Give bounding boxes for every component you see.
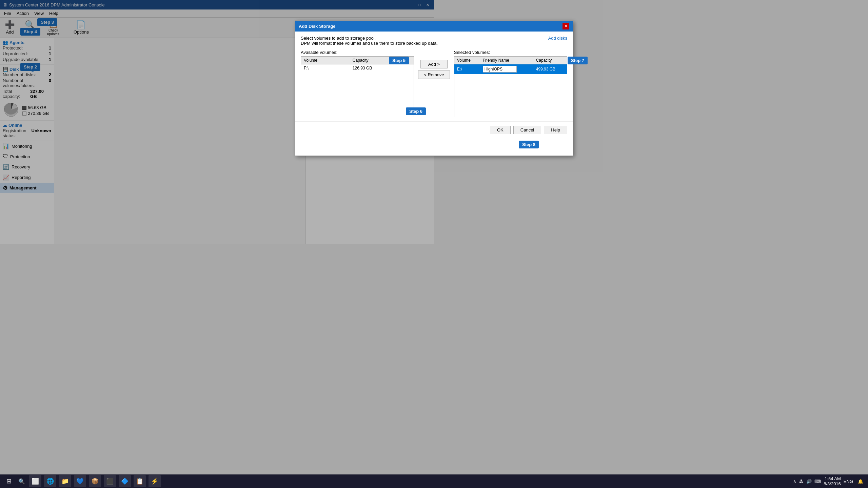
dialog-desc2: DPM will format these volumes and use th…	[301, 41, 434, 46]
available-header-row: Volume Capacity	[301, 57, 414, 64]
dialog-title-bar: Add Disk Storage ✕	[295, 21, 434, 32]
dialog-desc-area: Select volumes to add to storage pool. D…	[301, 36, 434, 46]
add-remove-col: Add > < Remove Step 6	[418, 50, 434, 79]
add-disk-storage-dialog: Add Disk Storage ✕ Select volumes to add…	[295, 20, 434, 156]
add-to-selected-button[interactable]: Add >	[420, 60, 434, 68]
available-row-0[interactable]: F:\ 126.93 GB	[301, 64, 414, 72]
dialog-panels: Available volumes: Volume Capacity	[301, 50, 434, 117]
avail-col-capacity: Capacity	[350, 57, 414, 64]
dialog-desc1: Select volumes to add to storage pool.	[301, 36, 434, 41]
dialog-overlay: Add Disk Storage ✕ Select volumes to add…	[0, 0, 434, 244]
dialog-body: Select volumes to add to storage pool. D…	[295, 32, 434, 121]
avail-col-volume: Volume	[301, 57, 350, 64]
available-volumes-panel: Available volumes: Volume Capacity	[301, 50, 414, 117]
remove-from-selected-button[interactable]: < Remove	[418, 70, 434, 79]
available-table-wrapper: Volume Capacity F:\ 126.93 GB	[301, 56, 414, 117]
avail-capacity-0: 126.93 GB	[350, 64, 414, 72]
available-label: Available volumes:	[301, 50, 414, 55]
dialog-desc-text: Select volumes to add to storage pool. D…	[301, 36, 434, 46]
available-table: Volume Capacity F:\ 126.93 GB	[301, 57, 414, 72]
avail-volume-0: F:\	[301, 64, 350, 72]
dialog-footer: OK Cancel Help Step 8	[295, 121, 434, 138]
dialog-title: Add Disk Storage	[299, 24, 335, 29]
